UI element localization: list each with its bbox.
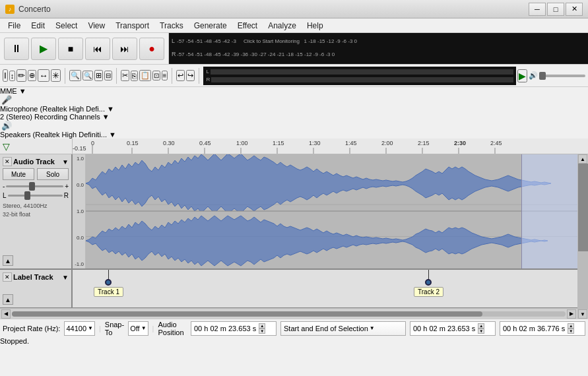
audio-pos-up[interactable]: ▲ — [259, 323, 265, 329]
hscroll-left[interactable]: ◀ — [1, 309, 11, 319]
svg-text:0.15: 0.15 — [127, 140, 139, 146]
level-meters: L -57 -54 -51 -48 -45 -42 -3 Click to St… — [169, 33, 588, 64]
menu-file[interactable]: File — [3, 20, 26, 32]
record-button[interactable]: ● — [139, 38, 164, 60]
hscrollbar[interactable]: ◀ ▶ — [0, 308, 577, 319]
y-scale: 1.0 0.0 1.0 0.0 -1.0 — [73, 154, 86, 268]
menu-transport[interactable]: Transport — [110, 20, 154, 32]
sel-start-input[interactable]: 00 h 02 m 23.653 s ▲ ▼ — [410, 321, 496, 336]
status-bar: Stopped. — [0, 337, 588, 345]
vscroll-down[interactable]: ▼ — [578, 309, 587, 319]
maximize-button[interactable]: □ — [547, 3, 564, 16]
audio-track-close[interactable]: ✕ — [3, 157, 12, 166]
label-area[interactable]: Track 1 Track 2 — [73, 270, 577, 307]
solo-button[interactable]: Solo — [37, 168, 69, 180]
hscroll-thumb[interactable] — [12, 311, 482, 317]
tool-draw[interactable]: ✏ — [16, 69, 26, 82]
selection-type-dropdown[interactable]: Start and End of Selection ▼ — [280, 321, 406, 336]
speaker-icon: 🔊 — [529, 71, 538, 80]
speaker-device-icon: 🔊 — [1, 121, 12, 131]
mute-button[interactable]: Mute — [3, 168, 34, 180]
pan-slider[interactable] — [8, 195, 63, 197]
hscroll-right[interactable]: ▶ — [567, 309, 576, 319]
gain-thumb[interactable] — [29, 182, 35, 191]
sel-end-down[interactable]: ▼ — [568, 329, 574, 334]
zoom-in-btn[interactable]: 🔍 — [69, 70, 81, 81]
minimize-button[interactable]: ─ — [529, 3, 546, 16]
snap-to-select[interactable]: Off ▼ — [128, 321, 148, 336]
vscroll-up[interactable]: ▲ — [578, 154, 587, 164]
zoom-out-btn[interactable]: 🔍 — [82, 71, 93, 80]
play-button[interactable]: ▶ — [31, 38, 56, 60]
trim-btn[interactable]: ⊡ — [152, 71, 160, 80]
mic-icon: 🎤 — [1, 95, 12, 105]
stop-button[interactable]: ■ — [58, 38, 83, 60]
channels-dropdown[interactable]: 2 (Stereo) Recording Channels ▼ — [0, 113, 132, 121]
pan-thumb[interactable] — [24, 191, 30, 200]
ruler-triangle[interactable]: ▽ — [3, 141, 10, 152]
tool-envelope[interactable]: ↕ — [9, 71, 16, 81]
selection-type-arrow: ▼ — [370, 325, 375, 331]
label-track-menu[interactable]: ▼ — [62, 274, 69, 281]
track-expand-btn[interactable]: ▲ — [3, 255, 13, 266]
api-dropdown[interactable]: MME ▼ — [0, 87, 588, 95]
copy-btn[interactable]: ⎘ — [131, 71, 138, 81]
volume-slider[interactable] — [539, 75, 585, 77]
play-meter[interactable]: L R — [203, 67, 516, 85]
sel-end-input[interactable]: 00 h 02 m 36.776 s ▲ ▼ — [500, 321, 585, 336]
gain-slider[interactable] — [6, 185, 63, 187]
sel-start-down[interactable]: ▼ — [478, 329, 484, 334]
waveform-area[interactable]: 1.0 0.0 1.0 0.0 -1.0 — [73, 154, 577, 268]
svg-text:0: 0 — [91, 140, 94, 146]
skip-fwd-button[interactable]: ⏭ — [112, 38, 137, 60]
skip-back-button[interactable]: ⏮ — [85, 38, 110, 60]
mic-dropdown[interactable]: Microphone (Realtek High Defi... ▼ — [0, 105, 145, 113]
zoom-sel-btn[interactable]: ⊟ — [104, 71, 112, 80]
hscroll-track[interactable] — [12, 311, 566, 317]
menu-analyze[interactable]: Analyze — [263, 20, 302, 32]
app-title: Concerto — [18, 5, 529, 14]
marker-2-dot[interactable] — [425, 279, 432, 286]
tool-select[interactable]: I — [3, 69, 8, 82]
volume-thumb[interactable] — [539, 72, 546, 80]
menu-generate[interactable]: Generate — [189, 20, 232, 32]
project-rate-label: Project Rate (Hz): — [3, 325, 60, 332]
menu-view[interactable]: View — [82, 20, 110, 32]
label-track-close[interactable]: ✕ — [3, 272, 12, 282]
redo-btn[interactable]: ↪ — [186, 70, 195, 81]
paste-btn[interactable]: 📋 — [139, 70, 151, 81]
menu-tracks[interactable]: Tracks — [154, 20, 189, 32]
mic-arrow: ▼ — [107, 105, 114, 113]
close-button[interactable]: ✕ — [566, 3, 583, 16]
audio-position-input[interactable]: 00 h 02 m 23.653 s ▲ ▼ — [191, 321, 277, 336]
pause-button[interactable]: ⏸ — [4, 38, 29, 60]
menu-help[interactable]: Help — [302, 20, 329, 32]
silence-btn[interactable]: ≡ — [162, 71, 168, 80]
marker-1-dot[interactable] — [105, 279, 112, 286]
menu-effect[interactable]: Effect — [232, 20, 263, 32]
sel-start-up[interactable]: ▲ — [478, 323, 484, 329]
cut-btn[interactable]: ✂ — [121, 70, 129, 81]
meter-play-btn[interactable]: ▶ — [517, 69, 527, 82]
menu-select[interactable]: Select — [50, 20, 82, 32]
sep-bottom-1: | — [99, 325, 101, 332]
tool-zoom[interactable]: ⊕ — [28, 70, 36, 81]
project-rate-select[interactable]: 44100 ▼ — [64, 321, 95, 336]
tool-multi[interactable]: ✳ — [51, 69, 61, 82]
label-expand-btn[interactable]: ▲ — [3, 294, 13, 305]
audio-pos-down[interactable]: ▼ — [259, 329, 265, 334]
vscroll-thumb[interactable] — [578, 164, 588, 251]
snap-off-arrow: ▼ — [141, 325, 147, 331]
sel-end-up[interactable]: ▲ — [568, 323, 574, 329]
scale-top2: 1.0 — [73, 208, 85, 214]
audio-track-menu[interactable]: ▼ — [62, 158, 69, 166]
tool-timeshift[interactable]: ↔ — [38, 69, 49, 82]
vscroll-track[interactable] — [578, 164, 588, 309]
undo-btn[interactable]: ↩ — [176, 70, 185, 81]
zoom-fit-btn[interactable]: ⊞ — [94, 70, 103, 81]
menu-edit[interactable]: Edit — [26, 20, 50, 32]
sel-start-value: 00 h 02 m 23.653 s — [413, 325, 475, 332]
svg-text:2:30: 2:30 — [454, 140, 466, 146]
output-dropdown[interactable]: Speakers (Realtek High Definiti... ▼ — [0, 131, 588, 139]
scale-top: 1.0 — [73, 156, 85, 162]
